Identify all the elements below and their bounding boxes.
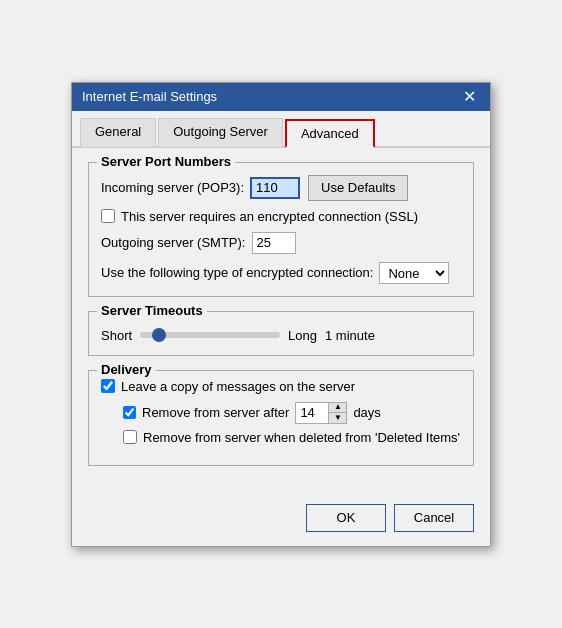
ok-button[interactable]: OK: [306, 504, 386, 532]
ssl-label: This server requires an encrypted connec…: [121, 209, 418, 224]
close-button[interactable]: ✕: [459, 89, 480, 105]
encrypt-select[interactable]: None SSL TLS Auto: [379, 262, 449, 284]
days-label: days: [353, 405, 380, 420]
remove-deleted-checkbox[interactable]: [123, 430, 137, 444]
leave-copy-row: Leave a copy of messages on the server: [101, 379, 461, 394]
use-defaults-button[interactable]: Use Defaults: [308, 175, 408, 201]
delivery-group: Delivery Leave a copy of messages on the…: [88, 370, 474, 466]
spinbox-up-button[interactable]: ▲: [329, 403, 346, 413]
tab-outgoing-server[interactable]: Outgoing Server: [158, 118, 283, 147]
outgoing-server-label: Outgoing server (SMTP):: [101, 235, 246, 250]
timeout-slider-track[interactable]: [140, 332, 280, 338]
encrypt-row: Use the following type of encrypted conn…: [101, 262, 461, 284]
server-timeouts-group: Server Timeouts Short Long 1 minute: [88, 311, 474, 356]
incoming-server-row: Incoming server (POP3): Use Defaults: [101, 175, 461, 201]
remove-after-row: Remove from server after ▲ ▼ days: [123, 402, 461, 424]
dialog-title: Internet E-mail Settings: [82, 89, 217, 104]
tabs: General Outgoing Server Advanced: [72, 111, 490, 148]
tab-advanced[interactable]: Advanced: [285, 119, 375, 148]
outgoing-server-input[interactable]: [252, 232, 296, 254]
incoming-server-label: Incoming server (POP3):: [101, 180, 244, 195]
server-timeouts-title: Server Timeouts: [97, 303, 207, 318]
spinbox-buttons: ▲ ▼: [328, 403, 346, 423]
remove-deleted-label: Remove from server when deleted from 'De…: [143, 430, 460, 445]
ssl-row: This server requires an encrypted connec…: [101, 209, 461, 224]
dialog: Internet E-mail Settings ✕ General Outgo…: [71, 82, 491, 547]
ssl-checkbox[interactable]: [101, 209, 115, 223]
timeout-slider-row: Short Long 1 minute: [101, 328, 461, 343]
timeout-value: 1 minute: [325, 328, 375, 343]
remove-after-checkbox[interactable]: [123, 406, 136, 419]
timeout-slider-thumb: [152, 328, 166, 342]
days-spinbox[interactable]: ▲ ▼: [295, 402, 347, 424]
spinbox-down-button[interactable]: ▼: [329, 412, 346, 423]
leave-copy-checkbox[interactable]: [101, 379, 115, 393]
delivery-title: Delivery: [97, 362, 156, 377]
remove-deleted-row: Remove from server when deleted from 'De…: [123, 430, 461, 445]
tab-general[interactable]: General: [80, 118, 156, 147]
days-input[interactable]: [296, 403, 328, 423]
server-port-numbers-group: Server Port Numbers Incoming server (POP…: [88, 162, 474, 297]
short-label: Short: [101, 328, 132, 343]
remove-after-label: Remove from server after: [142, 405, 289, 420]
cancel-button[interactable]: Cancel: [394, 504, 474, 532]
delivery-indent: Remove from server after ▲ ▼ days Remove…: [123, 402, 461, 445]
outgoing-server-row: Outgoing server (SMTP):: [101, 232, 461, 254]
content: Server Port Numbers Incoming server (POP…: [72, 148, 490, 494]
incoming-server-input[interactable]: [250, 177, 300, 199]
dialog-footer: OK Cancel: [72, 494, 490, 546]
server-port-numbers-title: Server Port Numbers: [97, 154, 235, 169]
encrypt-label: Use the following type of encrypted conn…: [101, 265, 373, 280]
long-label: Long: [288, 328, 317, 343]
leave-copy-label: Leave a copy of messages on the server: [121, 379, 355, 394]
title-bar: Internet E-mail Settings ✕: [72, 83, 490, 111]
